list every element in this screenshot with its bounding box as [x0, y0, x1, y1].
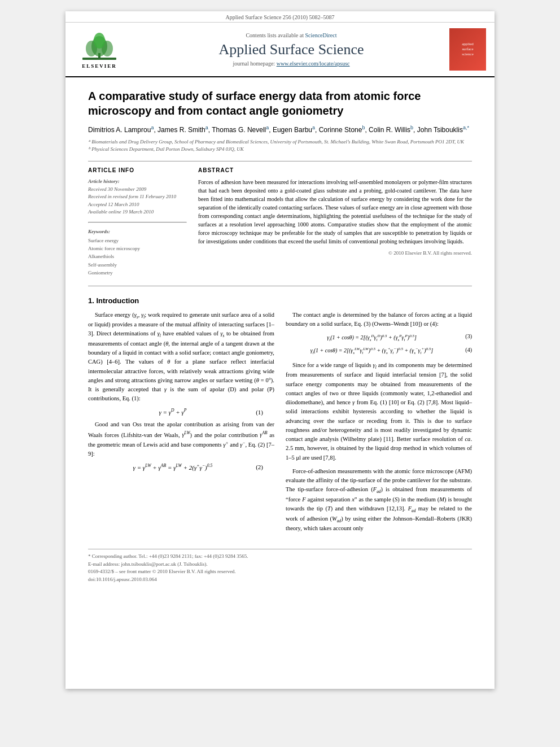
homepage-prefix: journal homepage:: [233, 60, 276, 67]
main-content: A comparative study of surface energy da…: [65, 77, 495, 600]
keyword-surface-energy: Surface energy: [88, 237, 187, 244]
equation-3-block: γl(1 + cosθ) = 2[(γsDγlD)0.5 + (γsPγlP)0…: [286, 333, 472, 342]
footnote-email: E-mail address: john.tsibouklis@port.ac.…: [88, 561, 472, 569]
affiliation-b: ᵇ Physical Sciences Department, Dstl Por…: [88, 146, 472, 153]
equation-2-block: γ = γLW + γAB = γLW + 2(γ+γ−)0.5 (2): [99, 463, 263, 471]
affiliation-a: ᵃ Biomaterials and Drug Delivery Group, …: [88, 138, 472, 146]
journal-title: Applied Surface Science: [133, 41, 449, 58]
keyword-afm: Atomic force microscopy: [88, 244, 187, 252]
equation-4-content: γl(1 + cosθ) = 2[(γsLWγlLW)0.5 + (γs+γl−…: [286, 347, 458, 355]
elsevier-label: ELSEVIER: [82, 63, 117, 69]
keyword-self-assembly: Self-assembly: [88, 261, 187, 269]
body-left-col: Surface energy (γs, γl; work required to…: [88, 311, 274, 538]
article-page: Applied Surface Science 256 (2010) 5082–…: [65, 11, 495, 689]
intro-heading: 1. Introduction: [88, 296, 472, 305]
revised-date: Received in revised form 11 February 201…: [88, 193, 187, 201]
keyword-alkanethiols: Alkanethiols: [88, 252, 187, 260]
authors-line: Dimitrios A. Lamproua, James R. Smitha, …: [88, 125, 472, 134]
footnote-issn: 0169-4332/$ – see front matter © 2010 El…: [88, 568, 472, 576]
accepted-date: Accepted 12 March 2010: [88, 201, 187, 209]
journal-cover: applied surface science: [449, 28, 486, 71]
cover-text: applied surface science: [462, 42, 474, 57]
right-para-1: The contact angle is determined by the b…: [286, 311, 472, 329]
homepage-link[interactable]: www.elsevier.com/locate/apsusc: [277, 60, 350, 67]
history-title: Article history:: [88, 178, 187, 186]
article-info-col: ARTICLE INFO Article history: Received 3…: [88, 167, 187, 277]
intro-para-1: Surface energy (γs, γl; work required to…: [88, 311, 274, 404]
equation-3-content: γl(1 + cosθ) = 2[(γsDγlD)0.5 + (γsPγlP)0…: [286, 333, 458, 342]
journal-header: ELSEVIER Contents lists available at Sci…: [65, 23, 495, 77]
available-date: Available online 19 March 2010: [88, 208, 187, 216]
abstract-text: Forces of adhesion have been measured fo…: [198, 178, 472, 246]
sciencedirect-link[interactable]: ScienceDirect: [305, 32, 336, 38]
body-right-text-2: Since for a wide range of liquids γl and…: [286, 361, 472, 534]
equation-2-content: γ = γLW + γAB = γLW + 2(γ+γ−)0.5: [99, 463, 246, 471]
keyword-goniometry: Goniometry: [88, 269, 187, 277]
footnote-section: * Corresponding author. Tel.: +44 (0)23 …: [88, 549, 472, 583]
body-right-text-1: The contact angle is determined by the b…: [286, 311, 472, 329]
equation-1-number: (1): [246, 409, 263, 416]
right-para-2: Since for a wide range of liquids γl and…: [286, 361, 472, 462]
journal-center: Contents lists available at ScienceDirec…: [133, 32, 449, 67]
article-title: A comparative study of surface energy da…: [88, 89, 472, 118]
article-history: Article history: Received 30 November 20…: [88, 178, 187, 216]
equation-1-block: γ = γD + γP (1): [99, 408, 263, 416]
keywords-title: Keywords:: [88, 229, 187, 234]
abstract-heading: ABSTRACT: [198, 167, 472, 173]
copyright-line: © 2010 Elsevier B.V. All rights reserved…: [198, 250, 472, 256]
divider-1: [88, 161, 472, 161]
body-left-text-2: Good and van Oss treat the apolar contri…: [88, 420, 274, 458]
right-para-3: Force-of-adhesion measurements with the …: [286, 467, 472, 533]
equation-2-number: (2): [246, 464, 263, 470]
equation-4-number: (4): [458, 347, 472, 353]
equation-3-number: (3): [458, 333, 472, 339]
citation-bar: Applied Surface Science 256 (2010) 5082–…: [65, 11, 495, 23]
intro-para-2: Good and van Oss treat the apolar contri…: [88, 420, 274, 458]
svg-point-4: [94, 33, 105, 49]
footnote-doi: doi:10.1016/j.apsusc.2010.03.064: [88, 576, 472, 584]
svg-rect-5: [82, 58, 116, 60]
info-divider: [88, 222, 187, 223]
contents-line: Contents lists available at ScienceDirec…: [133, 32, 449, 38]
info-abstract-section: ARTICLE INFO Article history: Received 3…: [88, 167, 472, 277]
body-left-text: Surface energy (γs, γl; work required to…: [88, 311, 274, 404]
authors-text: Dimitrios A. Lamproua, James R. Smitha, …: [88, 126, 469, 134]
footnote-corresponding: * Corresponding author. Tel.: +44 (0)23 …: [88, 553, 472, 561]
equation-1-content: γ = γD + γP: [99, 408, 246, 416]
body-two-col: Surface energy (γs, γl; work required to…: [88, 311, 472, 538]
affiliations: ᵃ Biomaterials and Drug Delivery Group, …: [88, 138, 472, 152]
journal-homepage: journal homepage: www.elsevier.com/locat…: [133, 60, 449, 67]
body-right-col: The contact angle is determined by the b…: [286, 311, 472, 538]
elsevier-logo: ELSEVIER: [74, 30, 125, 69]
equation-4-block: γl(1 + cosθ) = 2[(γsLWγlLW)0.5 + (γs+γl−…: [286, 347, 472, 355]
article-info-heading: ARTICLE INFO: [88, 167, 187, 173]
received-date: Received 30 November 2009: [88, 186, 187, 194]
divider-2: [88, 286, 472, 286]
citation-text: Applied Surface Science 256 (2010) 5082–…: [225, 14, 334, 20]
elsevier-tree-icon: [81, 30, 118, 62]
contents-prefix: Contents lists available at: [246, 32, 305, 38]
abstract-col: ABSTRACT Forces of adhesion have been me…: [198, 167, 472, 277]
